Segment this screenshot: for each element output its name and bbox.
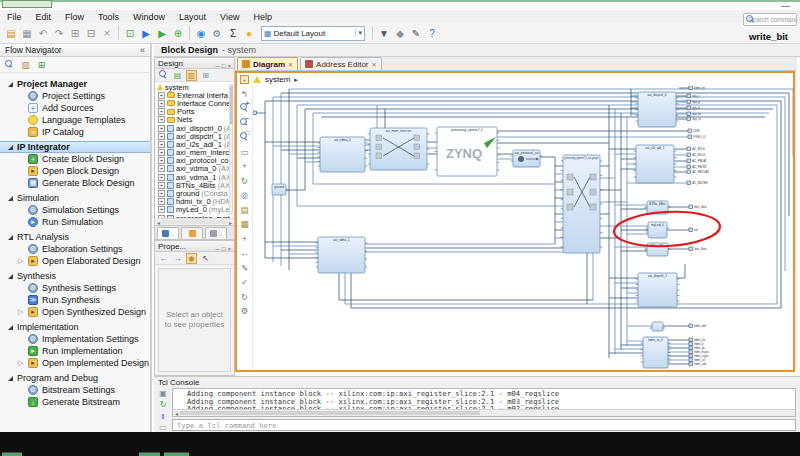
add-ip-icon[interactable]: + — [239, 233, 250, 244]
taskbar-stub-2[interactable] — [164, 452, 189, 456]
flownav-item-run-simulation[interactable]: ▸Run Simulation — [0, 216, 150, 228]
tree-expander-icon[interactable]: + — [158, 141, 165, 148]
flownav-search-icon[interactable] — [4, 59, 15, 70]
block-axi_protocol_convert_0[interactable]: axi_protocol_co — [511, 150, 543, 167]
select-area-icon[interactable]: ▭ — [239, 146, 250, 157]
block-myLed_0[interactable]: myLed_0 — [646, 222, 670, 238]
tree-expander-icon[interactable]: + — [158, 206, 165, 213]
regenerate-layout-icon[interactable]: ↻ — [239, 291, 250, 302]
select-cursor-icon[interactable]: ↖ — [200, 253, 211, 264]
view-tab-grid[interactable]: .. — [205, 227, 227, 239]
flownav-item-open-synthesized-design[interactable]: ▷▸Open Synthesized Design — [0, 306, 150, 318]
toolbar-redo-icon[interactable]: ↷ — [52, 26, 66, 40]
expand-arrow-icon[interactable]: ▷ — [18, 308, 24, 316]
toolbar-paste-icon[interactable]: ⊟ — [84, 26, 98, 40]
port-led[interactable]: led — [689, 228, 698, 232]
toolbar-messages-icon[interactable]: ● — [242, 26, 256, 40]
block-ground[interactable]: ground — [272, 184, 289, 195]
collapse-panel-button[interactable]: « — [140, 45, 145, 55]
close-icon[interactable]: ✕ — [372, 61, 377, 68]
menu-view[interactable]: View — [213, 12, 246, 22]
toolbar-help-icon[interactable]: ? — [425, 26, 439, 40]
block-processing_system7_0_axi_periph[interactable]: processing_system7_0_axi_periph — [561, 155, 603, 253]
zoom-out-icon[interactable]: − — [239, 117, 250, 128]
flownav-header-synthesis[interactable]: Synthesis — [0, 270, 150, 282]
diagram-canvas[interactable]: groundaxi_vdma_0axi_mem_interconprocessi… — [253, 86, 793, 370]
zoom-in-icon[interactable]: + — [239, 103, 250, 114]
search-diagram-icon[interactable]: ◎ — [239, 190, 250, 201]
flownav-item-open-implemented-design[interactable]: ▷▸Open Implemented Design — [0, 357, 150, 369]
toolbar-open-project-icon[interactable]: ▤ — [4, 26, 18, 40]
port-AC_MCLK[interactable]: AC_MCLK — [687, 153, 706, 157]
tree-expander-icon[interactable]: + — [158, 182, 165, 189]
expand-all-icon[interactable]: ▤ — [172, 70, 183, 81]
toolbar-project-settings-tool-icon[interactable]: ⚙ — [210, 26, 224, 40]
toolbar-run-implementation-quick-icon[interactable]: ▶ — [155, 26, 169, 40]
tcl-command-input[interactable]: Type a Tcl command here — [172, 419, 796, 431]
port-AC_MUTEN[interactable]: AC_MUTEN — [687, 181, 708, 185]
flownav-header-simulation[interactable]: Simulation — [0, 192, 150, 204]
toolbar-save-icon[interactable]: ▦ — [20, 26, 34, 40]
menu-flow[interactable]: Flow — [58, 12, 91, 22]
toolbar-reports-icon[interactable]: ◉ — [194, 26, 208, 40]
expand-arrow-icon[interactable]: ▷ — [18, 257, 24, 265]
breadcrumb-label[interactable]: system — [265, 75, 290, 84]
toolbar-sigma-summary-icon[interactable]: Σ — [226, 26, 240, 40]
toolbar-pin-icon[interactable]: ▼ — [377, 26, 391, 40]
tree-expander-icon[interactable]: + — [158, 108, 165, 115]
port-AC_RECDAT[interactable]: AC_RECDAT — [687, 170, 709, 174]
block-axi_vdma_0[interactable]: axi_vdma_0 — [318, 137, 368, 172]
chevron-right-icon[interactable]: ▸ — [294, 76, 298, 84]
port-external[interactable] — [253, 111, 257, 115]
back-icon[interactable]: ← — [158, 253, 169, 264]
command-search[interactable]: Search commands — [743, 13, 797, 26]
flownav-item-generate-block-design[interactable]: ▦Generate Block Design — [0, 177, 150, 189]
toolbar-snap-icon[interactable]: ◆ — [393, 26, 407, 40]
tree-expander-icon[interactable]: + — [158, 92, 165, 99]
menu-window[interactable]: Window — [126, 12, 172, 22]
tree-expander-icon[interactable]: + — [158, 190, 165, 197]
designer-assistance-icon[interactable]: ⚙ — [239, 306, 250, 317]
block-axi_i2s_adi_1[interactable]: axi_i2s_adi_1 — [634, 145, 677, 183]
flownav-item-open-elaborated-design[interactable]: ▷▸Open Elaborated Design — [0, 255, 150, 267]
flownav-item-simulation-settings[interactable]: ⚙Simulation Settings — [0, 204, 150, 216]
tcl-clear-icon[interactable]: ▭ — [158, 423, 169, 432]
block-hdmi_tx_0[interactable]: hdmi_tx_0 — [641, 337, 671, 368]
block-hdmi_ddc_const[interactable] — [650, 322, 666, 331]
flownav-item-elaboration-settings[interactable]: ⚙Elaboration Settings — [0, 243, 150, 255]
flownav-header-ip-integrator[interactable]: IP Integrator — [0, 141, 150, 153]
view-tab-sources[interactable]: .. — [157, 227, 179, 239]
flownav-item-generate-bitstream[interactable]: ↓Generate Bitstream — [0, 396, 150, 408]
port-AC_PBDAT[interactable]: AC_PBDAT — [687, 159, 707, 163]
flownav-item-run-implementation[interactable]: ▸Run Implementation — [0, 345, 150, 357]
block-axi_vdma_1[interactable]: axi_vdma_1 — [316, 237, 368, 273]
tree-item-ports[interactable]: +Ports — [155, 108, 234, 116]
make-external-icon[interactable]: ↔ — [239, 248, 250, 259]
port-FIXED_IO[interactable]: FIXED_IO — [688, 135, 707, 139]
flownav-item-create-block-design[interactable]: +Create Block Design — [0, 153, 150, 165]
tcl-refresh-icon[interactable]: ↻ — [158, 400, 169, 409]
tab-diagram[interactable]: Diagram✕ — [237, 57, 298, 70]
center-view-icon[interactable]: + — [239, 161, 250, 172]
validate-design-icon[interactable]: ✓ — [239, 277, 250, 288]
toolbar-draw-icon[interactable]: ✎ — [409, 26, 423, 40]
tree-expander-icon[interactable]: + — [158, 174, 165, 181]
float-window-icon[interactable]: + — [240, 75, 249, 84]
flownav-export-icon[interactable]: ⊞ — [36, 59, 47, 70]
menu-tools[interactable]: Tools — [91, 12, 126, 22]
toolbar-undo-icon[interactable]: ↶ — [36, 26, 50, 40]
tree-expander-icon[interactable]: + — [158, 116, 165, 123]
layout-selector[interactable]: ▦Default Layout▾ — [261, 26, 365, 41]
tree-expander-icon[interactable]: + — [158, 149, 165, 156]
forward-icon[interactable]: → — [172, 253, 183, 264]
taskbar-stub-1[interactable] — [139, 452, 160, 456]
menu-file[interactable]: File — [0, 12, 29, 22]
flownav-header-implementation[interactable]: Implementation — [0, 321, 150, 333]
tcl-toggle-output-icon[interactable]: ▣ — [158, 389, 169, 398]
flownav-item-run-synthesis[interactable]: ≫Run Synthesis — [0, 294, 150, 306]
menu-help[interactable]: Help — [246, 12, 279, 22]
menu-layout[interactable]: Layout — [172, 12, 213, 22]
flownav-item-add-sources[interactable]: +Add Sources — [0, 102, 150, 114]
flownav-header-program-and-debug[interactable]: Program and Debug — [0, 372, 150, 384]
expand-blocks-icon[interactable]: ▦ — [239, 219, 250, 230]
